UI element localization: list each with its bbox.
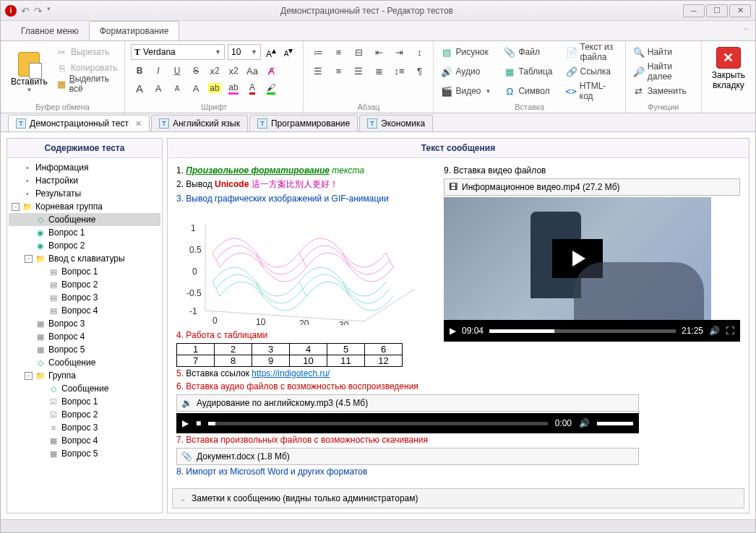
bold-button[interactable]: B [131, 63, 148, 79]
tree-node[interactable]: ☑Вопрос 1 [9, 395, 160, 408]
clear-format-button[interactable]: A̸ [262, 63, 280, 79]
insert-textfile-button[interactable]: 📄Текст из файла [564, 44, 619, 60]
play-icon[interactable]: ▶ [450, 326, 456, 336]
editor-area[interactable]: 1. Произвольное форматирование текста 2.… [168, 158, 749, 484]
superscript-button[interactable]: x2 [225, 63, 242, 79]
audio-attachment[interactable]: 🔉Аудирование по английскому.mp3 (4.5 Мб) [176, 394, 639, 412]
indent-button[interactable]: ⇥ [390, 44, 408, 60]
para-marks-button[interactable]: ¶ [411, 63, 428, 79]
minimize-button[interactable]: ─ [683, 4, 705, 17]
find-next-button[interactable]: 🔎Найти далее [632, 64, 695, 79]
underline-button[interactable]: U [168, 63, 186, 79]
tree-node[interactable]: ▤Вопрос 3 [9, 291, 160, 304]
align-left-button[interactable]: ☰ [309, 63, 327, 79]
play-icon[interactable]: ▶ [182, 418, 189, 428]
tree-node[interactable]: ▦Вопрос 3 [9, 317, 160, 330]
tree-node[interactable]: ◉Вопрос 2 [9, 239, 160, 252]
tab-main-menu[interactable]: Главное меню [11, 22, 89, 40]
highlight-pink-button[interactable]: ab [225, 80, 242, 96]
close-tab-button[interactable]: ✕ Закрыть вкладку [708, 44, 749, 111]
audio-controls[interactable]: ▶ ■ 0:00 🔊 [176, 413, 639, 433]
audio-seek[interactable] [208, 422, 547, 425]
video-thumbnail[interactable] [444, 197, 711, 320]
expand-icon[interactable]: - [25, 255, 33, 263]
tree-node[interactable]: ▦Вопрос 4 [9, 434, 160, 447]
tree-node[interactable]: ◇Сообщение [9, 213, 160, 226]
tiny-a-button[interactable]: A [168, 80, 186, 96]
bullets-button[interactable]: ≔ [309, 44, 327, 60]
maximize-button[interactable]: ☐ [706, 4, 728, 17]
doc-tab[interactable]: TАнглийский язык [151, 115, 248, 131]
tree-node[interactable]: -📁Группа [9, 369, 160, 382]
insert-table-button[interactable]: ▦Таблица [502, 64, 554, 79]
large-a-button[interactable]: A [131, 80, 148, 96]
video-attachment[interactable]: 🎞Информационное видео.mp4 (27.2 Мб) [444, 178, 740, 196]
external-link[interactable]: https://indigotech.ru/ [252, 368, 330, 378]
grow-font-button[interactable]: A▴ [264, 46, 278, 59]
small-a-button[interactable]: A [150, 80, 167, 96]
close-button[interactable]: ✕ [729, 4, 751, 17]
strike-button[interactable]: S [187, 63, 205, 79]
highlight-yellow-button[interactable]: ab [206, 80, 223, 96]
font-size-select[interactable]: 10▼ [228, 44, 261, 60]
insert-file-button[interactable]: 📎Файл [502, 44, 554, 60]
find-button[interactable]: 🔍Найти [632, 44, 695, 60]
align-justify-button[interactable]: ≣ [370, 63, 387, 79]
replace-button[interactable]: ⇄Заменить [632, 83, 695, 99]
format-link[interactable]: Произвольное форматирование [186, 165, 330, 176]
tree-node[interactable]: ☑Вопрос 2 [9, 408, 160, 421]
line-spacing-button[interactable]: ↕≡ [390, 63, 408, 79]
char-style-button[interactable]: A [187, 80, 205, 96]
insert-html-button[interactable]: <>HTML-код [564, 83, 619, 99]
tree-node[interactable]: -📁Ввод с клавиатуры [9, 252, 160, 265]
shrink-font-button[interactable]: A▾ [281, 46, 296, 58]
volume-slider[interactable] [597, 422, 633, 425]
numbering-button[interactable]: ≡ [330, 44, 347, 60]
tree-node[interactable]: ◇Сообщение [9, 356, 160, 369]
case-button[interactable]: Aa [244, 63, 261, 79]
tree-node[interactable]: •Информация [9, 161, 160, 174]
align-center-button[interactable]: ≡ [330, 63, 347, 79]
volume-icon[interactable]: 🔊 [579, 418, 590, 428]
tree-node[interactable]: ▤Вопрос 2 [9, 278, 160, 291]
font-family-select[interactable]: TVerdana▼ [131, 44, 225, 60]
tree-node[interactable]: ▤Вопрос 1 [9, 265, 160, 278]
tree-node[interactable]: •Настройки [9, 174, 160, 187]
tree-node[interactable]: ▦Вопрос 5 [9, 447, 160, 460]
notes-expander[interactable]: ⌄Заметки к сообщению (видны только админ… [172, 488, 744, 508]
stop-icon[interactable]: ■ [196, 418, 201, 428]
doc-tab[interactable]: TДемонстрационный тест✕ [8, 115, 150, 131]
doc-tab[interactable]: TПрограммирование [249, 115, 358, 131]
ribbon-collapse-icon[interactable]: ︿ [743, 23, 750, 33]
doc-attachment[interactable]: 📎Документ.docx (1.8 Мб) [176, 448, 639, 465]
select-all-button[interactable]: ▦Выделить всё [55, 76, 119, 92]
cut-button[interactable]: ✂Вырезать [55, 44, 119, 60]
insert-picture-button[interactable]: ▧Рисунок [439, 44, 492, 60]
video-seek[interactable] [489, 329, 676, 333]
paste-button[interactable]: Вставить ▼ [7, 44, 52, 101]
video-controls[interactable]: ▶ 09:04 21:25 🔊 ⛶ [444, 320, 740, 342]
undo-icon[interactable]: ↶ [21, 5, 30, 17]
align-right-button[interactable]: ☰ [350, 63, 367, 79]
insert-link-button[interactable]: 🔗Ссылка [564, 64, 619, 79]
fill-color-button[interactable]: 🖌 [262, 80, 280, 96]
font-color-button[interactable]: A [244, 80, 261, 96]
insert-audio-button[interactable]: 🔊Аудио [439, 64, 492, 79]
tree-node[interactable]: -📁Корневая группа [9, 200, 160, 213]
tree-node[interactable]: ▦Вопрос 5 [9, 343, 160, 356]
italic-button[interactable]: I [150, 63, 167, 79]
volume-icon[interactable]: 🔊 [709, 326, 720, 336]
insert-symbol-button[interactable]: ΩСимвол [502, 83, 554, 99]
fullscreen-icon[interactable]: ⛶ [726, 326, 734, 336]
doc-tab[interactable]: TЭкономика [359, 115, 433, 131]
tree-node[interactable]: ≡Вопрос 3 [9, 421, 160, 434]
tab-formatting[interactable]: Форматирование [89, 21, 180, 40]
sort-button[interactable]: ↕ [411, 44, 428, 60]
outdent-button[interactable]: ⇤ [370, 44, 387, 60]
close-tab-icon[interactable]: ✕ [135, 119, 142, 129]
tree-node[interactable]: ◉Вопрос 1 [9, 226, 160, 239]
expand-icon[interactable]: - [25, 372, 33, 380]
insert-video-button[interactable]: 🎬Видео▼ [439, 83, 492, 99]
redo-icon[interactable]: ↷ [34, 5, 43, 17]
subscript-button[interactable]: x2 [206, 63, 223, 79]
